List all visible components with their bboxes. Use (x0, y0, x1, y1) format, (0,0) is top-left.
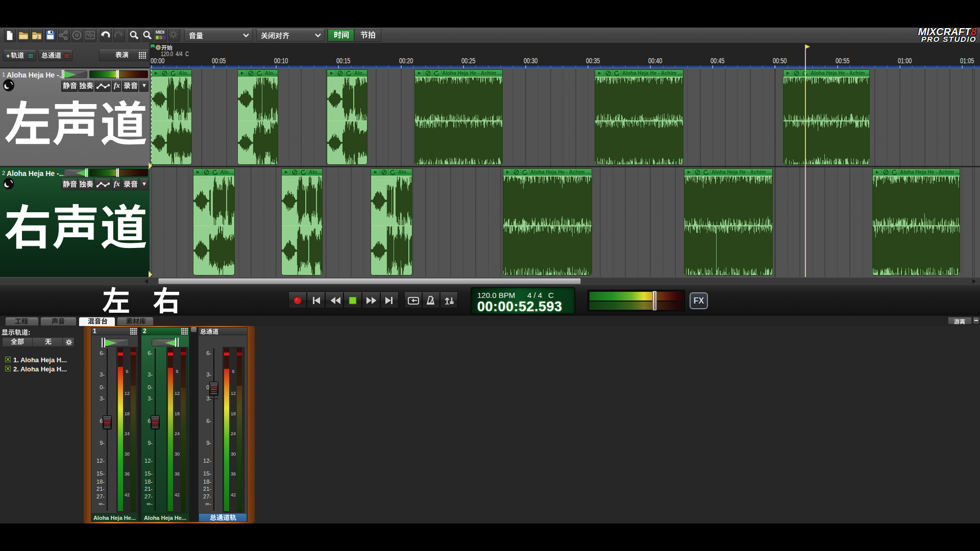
svg-text:♪: ♪ (36, 33, 39, 41)
